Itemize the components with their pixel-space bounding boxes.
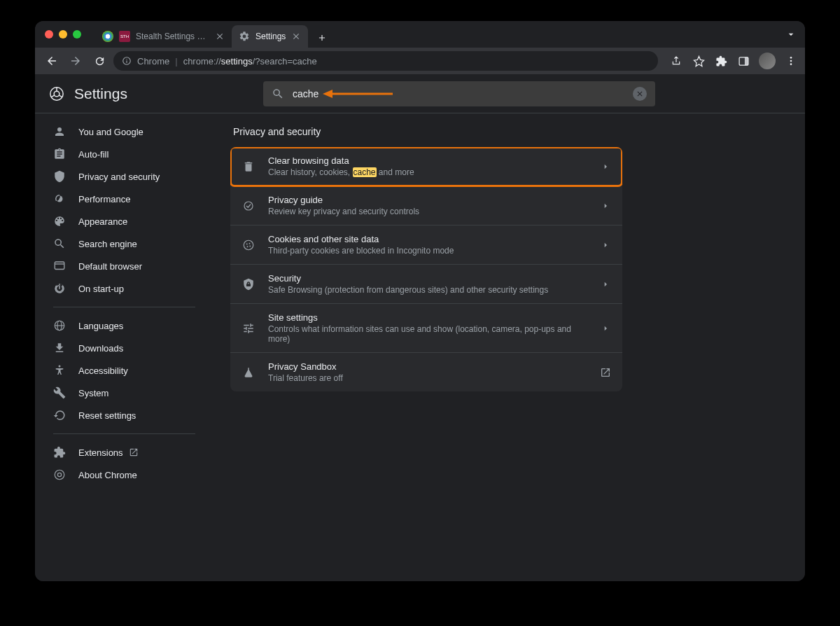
menu-button[interactable]	[784, 54, 798, 68]
chrome-logo-icon	[49, 86, 64, 102]
sidebar-item-appearance[interactable]: Appearance	[41, 210, 208, 232]
sidebar-label: Accessibility	[78, 366, 128, 376]
site-info-icon[interactable]	[122, 56, 132, 66]
close-icon[interactable]	[215, 32, 225, 41]
gear-icon	[239, 31, 250, 42]
search-highlight: cache	[353, 167, 377, 177]
lock-icon	[241, 277, 255, 291]
share-button[interactable]	[669, 54, 683, 68]
back-button[interactable]	[42, 51, 62, 71]
star-icon	[693, 55, 705, 67]
reload-button[interactable]	[90, 51, 109, 71]
person-icon	[53, 125, 66, 138]
speedometer-icon	[53, 193, 66, 205]
accessibility-icon	[53, 364, 66, 377]
sidebar-label: Appearance	[78, 216, 127, 227]
tab-1[interactable]: Settings	[232, 25, 308, 48]
clipboard-icon	[53, 148, 66, 160]
globe-icon	[53, 319, 66, 332]
sidebar-item-autofill[interactable]: Auto-fill	[41, 143, 208, 165]
sidebar-item-accessibility[interactable]: Accessibility	[41, 359, 208, 382]
forward-button[interactable]	[66, 51, 85, 71]
puzzle-icon	[53, 446, 66, 459]
reload-icon	[94, 55, 106, 67]
search-input[interactable]	[293, 88, 624, 99]
extensions-button[interactable]	[714, 54, 728, 68]
sidebar-item-languages[interactable]: Languages	[41, 314, 208, 337]
open-in-new-icon	[129, 447, 139, 457]
svg-rect-2	[126, 60, 127, 63]
sidebar-item-about[interactable]: About Chrome	[41, 464, 208, 486]
titlebar: STH Stealth Settings » Sursa de tut Sett…	[35, 21, 805, 48]
profile-avatar[interactable]	[759, 53, 776, 69]
sidebar-item-performance[interactable]: Performance	[41, 188, 208, 210]
svg-point-5	[790, 57, 792, 59]
row-title: Cookies and other site data	[268, 234, 587, 244]
tab-0[interactable]: STH Stealth Settings » Sursa de tut	[95, 25, 232, 48]
svg-point-7	[790, 63, 792, 65]
sidepanel-button[interactable]	[736, 54, 750, 68]
svg-point-18	[55, 470, 64, 480]
row-security[interactable]: Security Safe Browsing (protection from …	[230, 265, 622, 304]
section-title: Privacy and security	[233, 126, 788, 137]
bookmark-button[interactable]	[692, 54, 706, 68]
divider	[53, 433, 195, 434]
svg-point-22	[246, 243, 248, 244]
trash-icon	[241, 160, 255, 174]
favicon-icon	[102, 31, 113, 42]
svg-point-21	[244, 240, 253, 250]
palette-icon	[53, 215, 66, 228]
window-minimize[interactable]	[59, 30, 67, 39]
url-chrome-label: Chrome	[137, 56, 169, 67]
window-close[interactable]	[45, 30, 53, 39]
sidebar-item-on-startup[interactable]: On start-up	[41, 277, 208, 300]
settings-search[interactable]	[263, 81, 655, 106]
tune-icon	[241, 321, 255, 335]
window-maximize[interactable]	[73, 30, 81, 39]
sidebar-item-system[interactable]: System	[41, 382, 208, 404]
chevron-right-icon	[600, 279, 611, 290]
close-icon[interactable]	[291, 32, 301, 41]
tab-title: Stealth Settings » Sursa de tut	[136, 32, 209, 41]
svg-point-20	[244, 202, 253, 210]
row-title: Privacy Sandbox	[268, 361, 587, 372]
sidebar-item-downloads[interactable]: Downloads	[41, 337, 208, 359]
sidebar-label: You and Google	[78, 127, 144, 137]
tab-title: Settings	[255, 32, 286, 41]
sidebar-item-you-and-google[interactable]: You and Google	[41, 120, 208, 143]
svg-point-9	[54, 91, 59, 97]
arrow-left-icon	[46, 55, 58, 67]
row-cookies[interactable]: Cookies and other site data Third-party …	[230, 225, 622, 265]
shield-check-icon	[241, 199, 255, 213]
svg-point-25	[249, 245, 251, 246]
address-bar[interactable]: Chrome | chrome://settings/?search=cache	[113, 51, 658, 71]
new-tab-button[interactable]	[312, 28, 332, 48]
svg-point-24	[247, 246, 248, 247]
tab-strip: STH Stealth Settings » Sursa de tut Sett…	[95, 21, 332, 48]
row-subtitle: Trial features are off	[268, 373, 587, 383]
sidebar-item-privacy-security[interactable]: Privacy and security	[41, 165, 208, 188]
chevron-right-icon	[600, 161, 611, 172]
content-area: Privacy and security Clear browsing data…	[214, 113, 805, 581]
sidebar-item-extensions[interactable]: Extensions	[41, 441, 208, 464]
row-title: Site settings	[268, 312, 587, 323]
row-privacy-guide[interactable]: Privacy guide Review key privacy and sec…	[230, 186, 622, 225]
chevron-right-icon	[600, 239, 611, 251]
shield-icon	[53, 170, 66, 183]
chrome-window: STH Stealth Settings » Sursa de tut Sett…	[35, 21, 805, 581]
sidebar-item-search-engine[interactable]: Search engine	[41, 232, 208, 255]
row-clear-browsing-data[interactable]: Clear browsing data Clear history, cooki…	[230, 147, 622, 186]
row-site-settings[interactable]: Site settings Controls what information …	[230, 304, 622, 353]
sidebar-item-reset[interactable]: Reset settings	[41, 404, 208, 426]
tab-list-button[interactable]	[785, 29, 797, 40]
row-title: Clear browsing data	[268, 155, 587, 166]
sidebar-item-default-browser[interactable]: Default browser	[41, 255, 208, 277]
sidebar-label: Privacy and security	[78, 172, 160, 182]
sidebar-label: Search engine	[78, 239, 137, 249]
toolbar: Chrome | chrome://settings/?search=cache	[35, 48, 805, 74]
row-subtitle: Review key privacy and security controls	[268, 207, 587, 216]
sidebar-label: Auto-fill	[78, 149, 108, 160]
row-privacy-sandbox[interactable]: Privacy Sandbox Trial features are off	[230, 353, 622, 391]
divider	[53, 307, 195, 307]
clear-search-button[interactable]	[633, 87, 647, 101]
